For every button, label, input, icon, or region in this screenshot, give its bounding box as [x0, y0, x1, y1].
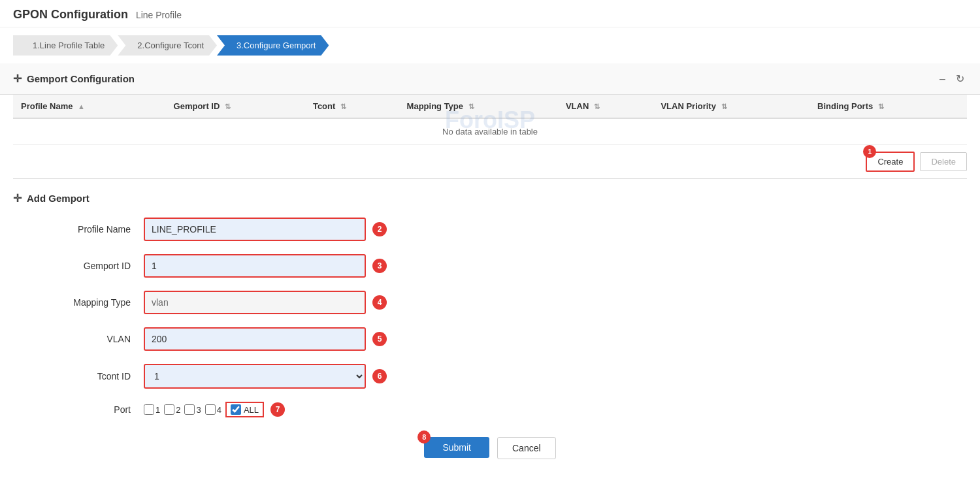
table-empty-message: No data available in table [13, 118, 967, 145]
port-4-item: 4 [205, 404, 221, 415]
minimize-button[interactable]: – [937, 71, 948, 86]
sort-vlan-icon: ⇅ [594, 103, 600, 110]
sort-vlan-priority-icon: ⇅ [721, 103, 727, 110]
refresh-button[interactable]: ↻ [953, 71, 967, 86]
submit-button[interactable]: Submit [424, 437, 489, 458]
port-1-item: 1 [144, 404, 160, 415]
port-4-label: 4 [217, 405, 221, 415]
table-empty-row: No data available in table [13, 118, 967, 145]
tcont-id-badge: 6 [372, 369, 387, 383]
port-badge: 7 [270, 402, 285, 417]
port-2-label: 2 [176, 405, 180, 415]
gemport-table: Profile Name ▲ Gemport ID ⇅ Tcont ⇅ Mapp… [13, 95, 967, 145]
vlan-wrap: 5 [144, 327, 387, 351]
sort-tcont-icon: ⇅ [340, 103, 346, 110]
vlan-input[interactable] [144, 327, 366, 351]
add-gemport-icon: ✛ [13, 192, 22, 204]
port-all-label: ALL [244, 405, 259, 415]
gemport-section-header: ✛ Gemport Configuration – ↻ [0, 63, 980, 95]
mapping-type-row: Mapping Type 4 [13, 291, 967, 314]
col-tcont[interactable]: Tcont ⇅ [305, 95, 399, 118]
sort-mapping-type-icon: ⇅ [468, 103, 474, 110]
col-gemport-id[interactable]: Gemport ID ⇅ [166, 95, 305, 118]
port-label: Port [13, 404, 144, 415]
sort-profile-name-icon: ▲ [78, 103, 85, 110]
step-1-label: 1.Line Profile Table [33, 40, 105, 50]
tcont-id-wrap: 1 2 3 4 6 [144, 364, 387, 389]
gemport-section-title: ✛ Gemport Configuration [13, 73, 135, 85]
table-actions: Create 1 Delete [0, 145, 980, 178]
form-submit-area: Submit 8 Cancel [13, 437, 967, 472]
gemport-title-text: Gemport Configuration [27, 73, 135, 84]
add-gemport-title: Add Gemport [27, 193, 90, 204]
pin-icon: ✛ [13, 73, 22, 85]
step-2-label: 2.Configure Tcont [137, 40, 204, 50]
mapping-type-input[interactable] [144, 291, 366, 314]
profile-name-input[interactable] [144, 218, 366, 241]
col-mapping-type[interactable]: Mapping Type ⇅ [399, 95, 558, 118]
profile-name-row: Profile Name 2 [13, 218, 967, 241]
col-binding-ports[interactable]: Binding Ports ⇅ [809, 95, 967, 118]
page-subtitle: Line Profile [136, 10, 182, 20]
gemport-id-input[interactable] [144, 254, 366, 278]
port-2-item: 2 [164, 404, 180, 415]
port-wrap: 1 2 3 4 ALL 7 [144, 402, 285, 417]
profile-name-wrap: 2 [144, 218, 387, 241]
gemport-id-label: Gemport ID [13, 261, 144, 271]
tcont-id-label: Tcont ID [13, 371, 144, 381]
gemport-id-wrap: 3 [144, 254, 387, 278]
stepper: 1.Line Profile Table 2.Configure Tcont 3… [0, 27, 980, 63]
port-group: 1 2 3 4 ALL 7 [144, 402, 285, 417]
add-gemport-section: ✛ Add Gemport Profile Name 2 Gemport ID … [0, 179, 980, 485]
step-2[interactable]: 2.Configure Tcont [118, 35, 217, 56]
port-4-checkbox[interactable] [205, 404, 216, 415]
gemport-id-row: Gemport ID 3 [13, 254, 967, 278]
add-gemport-header: ✛ Add Gemport [13, 192, 967, 204]
vlan-badge: 5 [372, 332, 387, 346]
tcont-id-select[interactable]: 1 2 3 4 [144, 364, 366, 389]
profile-name-label: Profile Name [13, 224, 144, 235]
tcont-id-row: Tcont ID 1 2 3 4 6 [13, 364, 967, 389]
delete-button[interactable]: Delete [920, 152, 967, 171]
mapping-type-label: Mapping Type [13, 297, 144, 308]
port-all-checkbox[interactable] [231, 404, 241, 415]
mapping-type-wrap: 4 [144, 291, 387, 314]
port-3-checkbox[interactable] [184, 404, 195, 415]
step-1[interactable]: 1.Line Profile Table [13, 35, 118, 56]
sort-gemport-id-icon: ⇅ [225, 103, 231, 110]
port-1-label: 1 [155, 405, 160, 415]
col-profile-name[interactable]: Profile Name ▲ [13, 95, 166, 118]
port-3-item: 3 [184, 404, 201, 415]
mapping-type-badge: 4 [372, 295, 387, 310]
step-3-label: 3.Configure Gemport [237, 40, 316, 50]
vlan-label: VLAN [13, 334, 144, 344]
profile-name-badge: 2 [372, 222, 387, 236]
col-vlan-priority[interactable]: VLAN Priority ⇅ [653, 95, 809, 118]
col-vlan[interactable]: VLAN ⇅ [558, 95, 653, 118]
gemport-id-badge: 3 [372, 259, 387, 273]
vlan-row: VLAN 5 [13, 327, 967, 351]
table-header-row: Profile Name ▲ Gemport ID ⇅ Tcont ⇅ Mapp… [13, 95, 967, 118]
cancel-button[interactable]: Cancel [497, 437, 556, 459]
port-all-item: ALL [225, 402, 264, 417]
port-row: Port 1 2 3 4 [13, 402, 967, 417]
step-3[interactable]: 3.Configure Gemport [217, 35, 329, 56]
section-actions: – ↻ [937, 71, 967, 86]
port-1-checkbox[interactable] [144, 404, 154, 415]
page-header: GPON Configuration Line Profile [0, 0, 980, 27]
port-2-checkbox[interactable] [164, 404, 174, 415]
page-title: GPON Configuration [13, 8, 128, 21]
table-container: ForoISP Profile Name ▲ Gemport ID ⇅ Tcon… [0, 95, 980, 145]
sort-binding-ports-icon: ⇅ [878, 103, 884, 110]
port-3-label: 3 [196, 405, 201, 415]
